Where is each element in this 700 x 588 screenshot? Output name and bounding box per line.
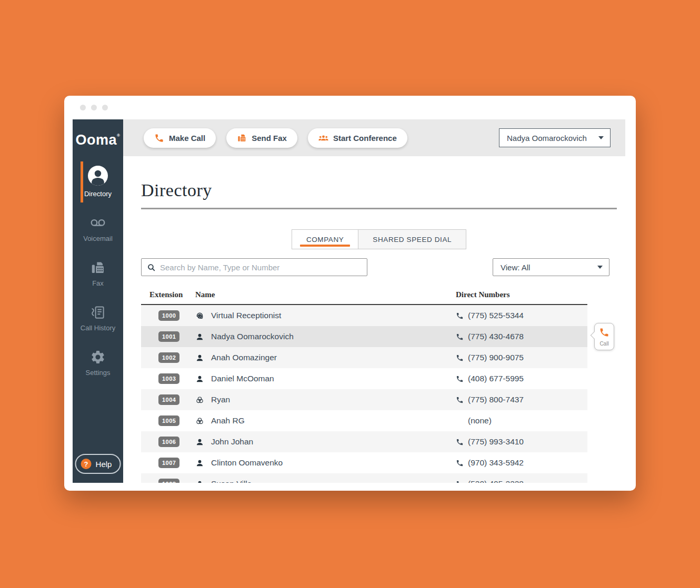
tab-shared-speed-dial[interactable]: SHARED SPEED DIAL bbox=[358, 229, 466, 249]
view-filter-dropdown[interactable]: View: All bbox=[493, 258, 609, 276]
title-divider bbox=[141, 208, 617, 209]
extension-cell: 1005 bbox=[141, 415, 195, 426]
make-call-button[interactable]: Make Call bbox=[144, 128, 216, 148]
name-cell: Ryan bbox=[195, 395, 456, 404]
help-button[interactable]: ? Help bbox=[75, 454, 121, 474]
sidebar-item-settings[interactable]: Settings bbox=[81, 344, 115, 383]
help-icon: ? bbox=[81, 459, 92, 469]
directory-person-icon bbox=[87, 165, 108, 186]
ring-group-icon bbox=[195, 396, 204, 404]
name-cell: Susan Villa bbox=[195, 479, 456, 483]
send-fax-button[interactable]: Send Fax bbox=[226, 128, 297, 148]
group-icon bbox=[318, 133, 328, 143]
person-icon bbox=[195, 332, 204, 341]
toolbar-button-label: Make Call bbox=[169, 134, 205, 143]
extension-cell: 1000 bbox=[141, 310, 195, 321]
voicemail-icon bbox=[90, 215, 106, 231]
ooma-logo: Ooma® bbox=[76, 132, 121, 148]
number-cell: (775) 900-9075 bbox=[456, 353, 587, 362]
column-header-extension: Extension bbox=[141, 290, 195, 299]
directory-page: Directory COMPANY SHARED SPEED DIAL View… bbox=[123, 156, 625, 483]
direct-number: (408) 677-5995 bbox=[468, 374, 524, 383]
person-icon bbox=[195, 374, 204, 383]
toolbar-button-label: Send Fax bbox=[252, 134, 287, 143]
toolbar-button-label: Start Conference bbox=[333, 134, 397, 143]
tab-label: COMPANY bbox=[306, 236, 344, 244]
phone-icon bbox=[154, 133, 164, 143]
contact-name: Susan Villa bbox=[211, 479, 252, 483]
sidebar-item-directory[interactable]: Directory bbox=[81, 160, 115, 204]
number-cell: (775) 525-5344 bbox=[456, 311, 587, 320]
name-cell: Clinton Oomavenko bbox=[195, 458, 456, 468]
name-cell: Virtual Receptionist bbox=[195, 311, 456, 320]
ring-group-icon bbox=[195, 417, 204, 425]
headset-person-icon bbox=[195, 311, 204, 320]
table-row[interactable]: 1001 Nadya Oomarockovich (775) 430-4678 bbox=[141, 326, 587, 347]
table-row[interactable]: 1003 Daniel McOoman (408) 677-5995 bbox=[141, 368, 587, 389]
direct-number: (530) 405-2228 bbox=[468, 479, 524, 483]
extension-cell: 1004 bbox=[141, 394, 195, 405]
sidebar-item-voicemail[interactable]: Voicemail bbox=[81, 210, 115, 249]
ooma-logo-mark: ® bbox=[117, 133, 120, 138]
phone-icon bbox=[456, 354, 464, 362]
table-row[interactable]: 1005 Anah RG (none) bbox=[141, 410, 587, 431]
window-control-dot[interactable] bbox=[80, 105, 86, 110]
fax-icon bbox=[237, 133, 247, 143]
extension-cell: 1003 bbox=[141, 373, 195, 384]
tabs-row: COMPANY SHARED SPEED DIAL bbox=[141, 229, 617, 249]
phone-icon bbox=[456, 333, 464, 341]
contact-name: Clinton Oomavenko bbox=[211, 458, 283, 468]
person-icon bbox=[195, 480, 204, 483]
start-conference-button[interactable]: Start Conference bbox=[308, 128, 407, 148]
caret-down-icon bbox=[597, 266, 603, 269]
tab-label: SHARED SPEED DIAL bbox=[373, 236, 452, 244]
table-row[interactable]: 1002 Anah Oomazinger (775) 900-9075 bbox=[141, 347, 587, 368]
contact-name: Anah RG bbox=[211, 416, 245, 425]
number-cell: (408) 677-5995 bbox=[456, 374, 587, 383]
contact-name: John Johan bbox=[211, 437, 253, 447]
user-menu-dropdown[interactable]: Nadya Oomarockovich bbox=[499, 128, 611, 147]
contact-name: Nadya Oomarockovich bbox=[211, 332, 294, 341]
extension-badge: 1005 bbox=[158, 415, 179, 426]
table-row[interactable]: 1000 Virtual Receptionist (775) 525-5344 bbox=[141, 305, 587, 326]
app-window: Ooma® Directory Voicemail Fax Call Histo… bbox=[64, 96, 636, 491]
name-cell: Anah Oomazinger bbox=[195, 353, 456, 362]
app-frame: Ooma® Directory Voicemail Fax Call Histo… bbox=[73, 119, 625, 483]
phone-icon bbox=[456, 312, 464, 320]
name-cell: Daniel McOoman bbox=[195, 374, 456, 383]
window-control-dot[interactable] bbox=[102, 105, 108, 110]
direct-number: (775) 430-4678 bbox=[468, 332, 524, 341]
call-button[interactable]: Call bbox=[594, 323, 614, 350]
phone-icon bbox=[456, 480, 464, 483]
contact-name: Ryan bbox=[211, 395, 230, 404]
contact-name: Anah Oomazinger bbox=[211, 353, 277, 362]
table-row[interactable]: 1006 John Johan (775) 993-3410 bbox=[141, 431, 587, 452]
sidebar-item-call-history[interactable]: Call History bbox=[81, 299, 115, 338]
phone-icon bbox=[599, 327, 609, 340]
settings-gear-icon bbox=[90, 349, 106, 365]
direct-number: (970) 343-5942 bbox=[468, 458, 524, 468]
extension-badge: 1004 bbox=[158, 394, 179, 405]
contact-name: Virtual Receptionist bbox=[211, 311, 281, 320]
phone-icon bbox=[456, 396, 464, 404]
help-label: Help bbox=[96, 460, 112, 469]
table-row[interactable]: 1007 Clinton Oomavenko (970) 343-5942 bbox=[141, 452, 587, 473]
sidebar: Ooma® Directory Voicemail Fax Call Histo… bbox=[73, 119, 123, 483]
name-cell: John Johan bbox=[195, 437, 456, 447]
extension-badge: 1007 bbox=[158, 458, 179, 468]
extension-badge: 1003 bbox=[158, 373, 179, 384]
user-menu-label: Nadya Oomarockovich bbox=[507, 134, 587, 143]
extension-cell: 1007 bbox=[141, 458, 195, 468]
window-titlebar bbox=[64, 96, 636, 119]
number-cell: (775) 993-3410 bbox=[456, 437, 587, 447]
name-cell: Anah RG bbox=[195, 416, 456, 425]
page-title: Directory bbox=[141, 180, 617, 200]
table-row[interactable]: 1008 Susan Villa (530) 405-2228 bbox=[141, 473, 587, 483]
table-row[interactable]: 1004 Ryan (775) 800-7437 bbox=[141, 389, 587, 410]
extension-badge: 1001 bbox=[158, 331, 179, 342]
number-cell: (775) 800-7437 bbox=[456, 395, 587, 404]
search-input[interactable] bbox=[160, 263, 367, 272]
sidebar-item-fax[interactable]: Fax bbox=[81, 255, 115, 293]
window-control-dot[interactable] bbox=[91, 105, 97, 110]
tab-company[interactable]: COMPANY bbox=[292, 229, 358, 249]
